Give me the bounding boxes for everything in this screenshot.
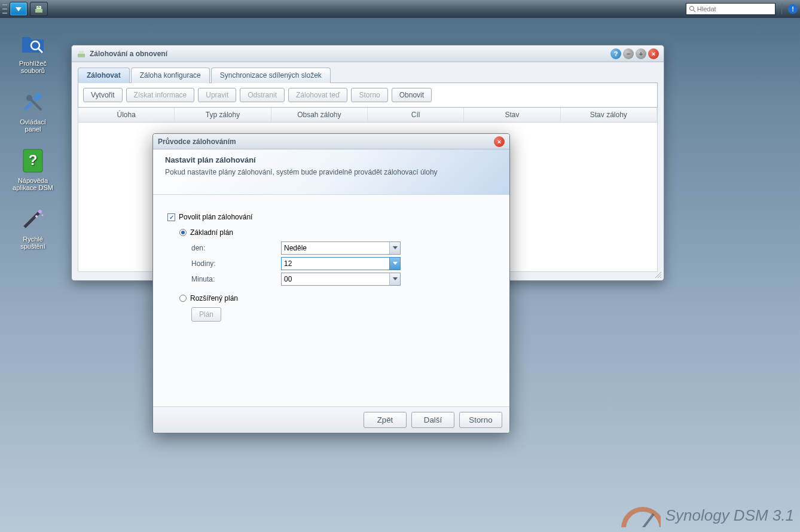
svg-point-3 bbox=[690, 7, 694, 11]
dialog-body: Povolit plán zálohování Základní plán de… bbox=[153, 195, 509, 340]
folder-search-icon bbox=[19, 29, 47, 57]
svg-marker-24 bbox=[393, 262, 398, 265]
backup-app-icon bbox=[34, 4, 44, 14]
col-backup-state[interactable]: Stav zálohy bbox=[561, 108, 657, 122]
chevron-down-icon bbox=[389, 273, 400, 285]
svg-line-22 bbox=[660, 277, 661, 278]
chevron-down-icon bbox=[14, 5, 23, 13]
svg-line-26 bbox=[643, 514, 654, 527]
dialog-close-button[interactable]: × bbox=[494, 136, 505, 147]
back-button[interactable]: Zpět bbox=[364, 412, 407, 428]
svg-point-16 bbox=[35, 215, 38, 218]
watermark: Synology DSM 3.1 bbox=[619, 503, 794, 527]
backup-wizard-dialog: Průvodce zálohováním × Nastavit plán zál… bbox=[152, 133, 510, 433]
window-title: Zálohování a obnovení bbox=[90, 50, 167, 58]
dialog-cancel-button[interactable]: Storno bbox=[459, 412, 502, 428]
col-state[interactable]: Stav bbox=[464, 108, 560, 122]
maximize-button[interactable]: + bbox=[636, 48, 646, 59]
desktop-icon-file-browser[interactable]: Prohlížeč souborů bbox=[12, 29, 54, 74]
svg-line-4 bbox=[694, 10, 695, 12]
cancel-button[interactable]: Storno bbox=[351, 88, 387, 102]
enable-plan-checkbox[interactable] bbox=[167, 213, 175, 221]
advanced-plan-label: Rozšířený plán bbox=[190, 294, 238, 302]
next-button[interactable]: Další bbox=[411, 412, 454, 428]
svg-rect-19 bbox=[79, 51, 84, 54]
wand-icon bbox=[19, 204, 47, 233]
search-field[interactable] bbox=[697, 5, 772, 13]
desktop-icon-label: Prohlížeč souborů bbox=[12, 60, 54, 74]
svg-point-15 bbox=[38, 210, 42, 213]
desktop-icon-help[interactable]: ? Nápověda aplikace DSM bbox=[12, 146, 54, 191]
resize-grip-icon[interactable] bbox=[654, 271, 662, 279]
taskbar: ! bbox=[0, 0, 800, 18]
col-type[interactable]: Typ zálohy bbox=[175, 108, 271, 122]
svg-marker-23 bbox=[393, 246, 398, 249]
advanced-plan-radio[interactable] bbox=[179, 295, 187, 302]
dialog-titlebar[interactable]: Průvodce zálohováním × bbox=[153, 134, 509, 149]
create-button[interactable]: Vytvořit bbox=[83, 88, 123, 102]
close-button[interactable]: × bbox=[648, 48, 659, 59]
svg-point-17 bbox=[42, 215, 44, 216]
desktop-icon-quickstart[interactable]: Rychlé spuštění bbox=[12, 204, 54, 250]
plan-button[interactable]: Plán bbox=[191, 307, 221, 322]
taskbar-app-button[interactable] bbox=[30, 2, 48, 16]
backup-app-icon bbox=[77, 49, 86, 59]
svg-text:?: ? bbox=[29, 152, 38, 168]
show-desktop-button[interactable] bbox=[10, 2, 28, 16]
tray-separator bbox=[781, 4, 782, 14]
svg-rect-18 bbox=[78, 54, 85, 57]
search-input[interactable] bbox=[686, 3, 775, 15]
minute-value: 00 bbox=[284, 275, 292, 283]
chevron-down-icon bbox=[389, 258, 400, 270]
toolbar: Vytvořit Získat informace Upravit Odstra… bbox=[78, 83, 658, 108]
banner-description: Pokud nastavíte plány zálohování, systém… bbox=[165, 168, 476, 176]
taskbar-grip[interactable] bbox=[2, 3, 7, 15]
desktop-icon-area: Prohlížeč souborů Ovládací panel ? Nápov… bbox=[12, 29, 54, 250]
day-select[interactable]: Neděle bbox=[281, 241, 401, 255]
basic-plan-radio[interactable] bbox=[179, 229, 187, 236]
svg-rect-1 bbox=[35, 9, 42, 13]
enable-plan-label: Povolit plán zálohování bbox=[179, 213, 252, 221]
day-value: Neděle bbox=[284, 244, 307, 252]
day-label: den: bbox=[191, 244, 281, 252]
delete-button[interactable]: Odstranit bbox=[240, 88, 285, 102]
minute-select[interactable]: 00 bbox=[281, 273, 401, 286]
col-content[interactable]: Obsah zálohy bbox=[271, 108, 368, 122]
dialog-banner: Nastavit plán zálohování Pokud nastavíte… bbox=[153, 149, 509, 195]
hour-select[interactable]: 12 bbox=[281, 257, 401, 270]
edit-button[interactable]: Upravit bbox=[198, 88, 236, 102]
col-task[interactable]: Úloha bbox=[78, 108, 175, 122]
minute-label: Minuta: bbox=[191, 275, 281, 283]
window-titlebar[interactable]: Zálohování a obnovení ? − + × bbox=[72, 45, 664, 62]
chevron-down-icon bbox=[389, 242, 400, 254]
help-book-icon: ? bbox=[19, 146, 47, 175]
restore-button[interactable]: Obnovit bbox=[392, 88, 432, 102]
dialog-footer: Zpět Další Storno bbox=[153, 406, 509, 433]
search-icon bbox=[689, 5, 695, 13]
info-button[interactable]: Získat informace bbox=[126, 88, 195, 102]
hour-label: Hodiny: bbox=[191, 259, 281, 268]
tab-config-backup[interactable]: Záloha konfigurace bbox=[131, 68, 210, 83]
watermark-text: Synology DSM 3.1 bbox=[665, 506, 794, 525]
minimize-button[interactable]: − bbox=[623, 48, 634, 59]
desktop-icon-control-panel[interactable]: Ovládací panel bbox=[12, 87, 54, 133]
hour-value: 12 bbox=[284, 259, 292, 268]
basic-plan-label: Základní plán bbox=[190, 228, 233, 237]
desktop-icon-label: Ovládací panel bbox=[12, 118, 54, 133]
col-target[interactable]: Cíl bbox=[368, 108, 464, 122]
svg-point-10 bbox=[26, 95, 32, 101]
gauge-icon bbox=[619, 503, 661, 527]
help-button[interactable]: ? bbox=[610, 48, 621, 59]
notification-icon[interactable]: ! bbox=[788, 4, 798, 14]
svg-line-9 bbox=[30, 99, 41, 110]
tabs: Zálohovat Záloha konfigurace Synchroniza… bbox=[78, 67, 658, 83]
svg-marker-25 bbox=[393, 277, 398, 280]
backup-now-button[interactable]: Zálohovat teď bbox=[288, 88, 347, 102]
svg-marker-0 bbox=[16, 7, 22, 11]
tab-sync[interactable]: Synchronizace sdílených složek bbox=[211, 68, 331, 83]
banner-title: Nastavit plán zálohování bbox=[165, 155, 497, 164]
desktop-icon-label: Nápověda aplikace DSM bbox=[12, 177, 54, 191]
dialog-title: Průvodce zálohováním bbox=[158, 137, 236, 146]
table-header: Úloha Typ zálohy Obsah zálohy Cíl Stav S… bbox=[78, 108, 658, 123]
tab-backup[interactable]: Zálohovat bbox=[78, 68, 130, 83]
